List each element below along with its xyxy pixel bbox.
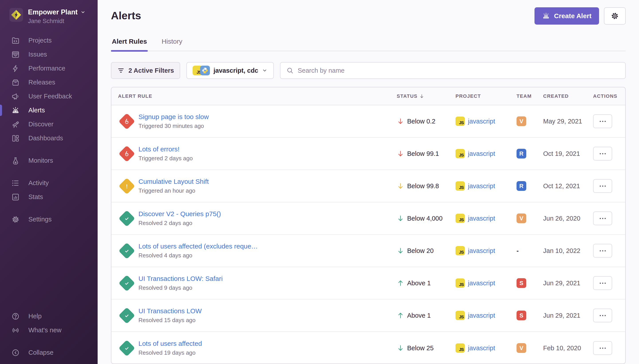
sidebar-item-issues[interactable]: Issues — [0, 48, 98, 62]
sidebar-item-activity[interactable]: Activity — [0, 176, 98, 190]
trend-down-icon — [397, 214, 404, 222]
sidebar-item-label: Issues — [29, 51, 47, 58]
project-link[interactable]: javascript — [468, 215, 495, 222]
alert-rule-link[interactable]: Signup page is too slow — [138, 113, 209, 120]
alert-rule-link[interactable]: Lots of users affected (excludes reque… — [138, 242, 258, 250]
sidebar-item-label: Stats — [29, 193, 43, 200]
alert-rule-text: Discover V2 - Queries p75()Resolved 2 da… — [138, 210, 221, 226]
discover-icon — [11, 120, 20, 129]
alert-rule-link[interactable]: Lots of users affected — [138, 340, 202, 347]
alert-rule-row: Cumulative Layout ShiftTriggered an hour… — [111, 170, 625, 202]
sidebar-item-performance[interactable]: Performance — [0, 62, 98, 75]
diamond-resolved — [119, 275, 135, 292]
project-link[interactable]: javascript — [468, 150, 495, 158]
project-link[interactable]: javascript — [468, 182, 495, 190]
project-platform-icons: JS — [193, 66, 210, 75]
sidebar-item-releases[interactable]: Releases — [0, 75, 98, 89]
trend-down-icon — [397, 182, 404, 190]
column-header-status[interactable]: Status — [397, 93, 456, 99]
project-filter-dropdown[interactable]: JS javascript, cdc — [186, 62, 274, 79]
alert-rule-link[interactable]: Discover V2 - Queries p75() — [138, 210, 221, 218]
alert-rule-cell: Lots of errors!Triggered 2 days ago — [118, 145, 397, 162]
team-cell: V — [516, 116, 543, 126]
column-header-project: Project — [456, 93, 516, 99]
sidebar-item-user-feedback[interactable]: User Feedback — [0, 89, 98, 103]
status-cell: Below 25 — [397, 344, 456, 352]
row-actions-button[interactable] — [593, 276, 612, 290]
sidebar-item-stats[interactable]: Stats — [0, 190, 98, 204]
sidebar-item-projects[interactable]: Projects — [0, 34, 98, 48]
project-link[interactable]: javascript — [468, 280, 495, 287]
alert-rule-link[interactable]: Lots of errors! — [138, 146, 193, 153]
status-value: Below 4,000 — [407, 215, 443, 222]
sidebar-item-label: Discover — [29, 120, 54, 128]
column-header-team: Team — [516, 93, 543, 99]
sidebar-nav: ProjectsIssuesPerformanceReleasesUser Fe… — [0, 34, 98, 235]
chevron-down-icon — [262, 68, 267, 74]
sidebar-item-monitors[interactable]: Monitors — [0, 154, 98, 168]
alert-rule-detail: Resolved 9 days ago — [138, 284, 223, 291]
alert-rule-link[interactable]: Cumulative Layout Shift — [138, 178, 209, 185]
tab-history[interactable]: History — [161, 38, 183, 51]
status-value: Below 99.1 — [407, 150, 439, 158]
row-actions-button[interactable] — [593, 179, 612, 193]
row-actions-button[interactable] — [593, 308, 612, 322]
diamond-critical — [119, 146, 135, 162]
column-label: Project — [456, 93, 481, 99]
projects-icon — [11, 36, 20, 45]
row-actions-button[interactable] — [593, 147, 612, 160]
sidebar-item-alerts[interactable]: Alerts — [0, 103, 98, 117]
team-cell: V — [516, 343, 543, 353]
column-header-created: Created — [543, 93, 593, 99]
alert-rule-cell: Lots of users affected (excludes reque…R… — [118, 242, 397, 259]
sidebar-item-settings[interactable]: Settings — [0, 212, 98, 226]
sidebar-item-help[interactable]: Help — [0, 309, 98, 323]
project-cell: JSjavascript — [456, 214, 516, 223]
alert-rule-row: UI Transactions LOW: SafariResolved 9 da… — [111, 267, 625, 300]
search-box[interactable] — [280, 62, 626, 79]
project-link[interactable]: javascript — [468, 247, 495, 254]
status-value: Below 99.8 — [407, 182, 439, 190]
sidebar-item-label: Monitors — [29, 157, 53, 164]
status-value: Below 0.2 — [407, 118, 435, 125]
row-actions-button[interactable] — [593, 212, 612, 225]
sidebar-item-label: Settings — [29, 216, 52, 223]
alert-rule-detail: Resolved 15 days ago — [138, 317, 202, 324]
created-cell: Oct 19, 2021 — [543, 150, 593, 158]
created-cell: Jun 29, 2021 — [543, 280, 593, 287]
org-switcher[interactable]: Empower Plant Jane Schmidt — [0, 0, 98, 24]
alert-rule-row: Signup page is too slowTriggered 30 minu… — [111, 105, 625, 138]
resolved-status-icon — [118, 274, 135, 292]
issues-icon — [11, 50, 20, 59]
search-icon — [286, 67, 294, 74]
diamond-resolved — [119, 307, 135, 324]
sidebar-item-dashboards[interactable]: Dashboards — [0, 131, 98, 145]
project-cell: JSjavascript — [456, 181, 516, 191]
project-link[interactable]: javascript — [468, 312, 495, 319]
project-link[interactable]: javascript — [468, 118, 495, 125]
trend-down-icon — [397, 118, 404, 125]
alert-rule-link[interactable]: UI Transactions LOW: Safari — [138, 275, 223, 282]
sidebar-item-what-s-new[interactable]: What's new — [0, 323, 98, 337]
row-actions-button[interactable] — [593, 341, 612, 355]
alert-settings-button[interactable] — [604, 7, 626, 24]
status-cell: Below 0.2 — [397, 118, 456, 125]
alert-rule-link[interactable]: UI Transactions LOW — [138, 307, 202, 315]
active-filters-button[interactable]: 2 Active Filters — [111, 62, 180, 79]
search-input[interactable] — [298, 67, 619, 74]
javascript-platform-icon: JS — [456, 214, 465, 223]
project-link[interactable]: javascript — [468, 344, 495, 352]
trend-down-icon — [397, 344, 404, 352]
sidebar-nav-group: ActivityStats — [0, 176, 98, 204]
alert-rule-text: UI Transactions LOW: SafariResolved 9 da… — [138, 275, 223, 291]
active-filters-label: 2 Active Filters — [128, 67, 174, 74]
create-alert-button[interactable]: Create Alert — [534, 7, 599, 24]
trend-down-icon — [397, 247, 404, 254]
sidebar-item-collapse[interactable]: Collapse — [0, 346, 98, 360]
tab-alert-rules[interactable]: Alert Rules — [111, 38, 148, 51]
sidebar-item-discover[interactable]: Discover — [0, 117, 98, 131]
row-actions-button[interactable] — [593, 114, 612, 128]
status-cell: Below 99.8 — [397, 182, 456, 190]
row-actions-button[interactable] — [593, 244, 612, 258]
python-platform-icon — [200, 66, 210, 75]
